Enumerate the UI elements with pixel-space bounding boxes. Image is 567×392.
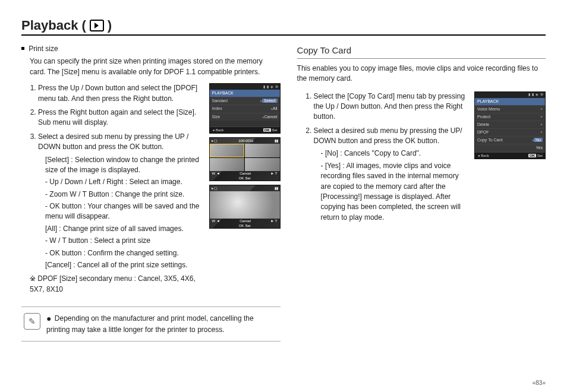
lcd-status-bar: ▮▮◈⚙ bbox=[475, 92, 545, 98]
copy-step-2: Select a desired sub menu by pressing th… bbox=[314, 126, 468, 223]
lcd-row-label: Index bbox=[212, 106, 222, 112]
step-1: Press the Up / Down button and select th… bbox=[38, 83, 204, 104]
page-title-row: Playback ( ) bbox=[21, 18, 546, 36]
lcd-row-standard: Sandard ▸Select bbox=[210, 97, 280, 105]
lcd-row-size: Size ▸Cancel bbox=[210, 113, 280, 121]
lcd-set: Set bbox=[245, 223, 250, 229]
lcd-row-copy: Copy To Card ◂No bbox=[475, 136, 545, 144]
lcd-image-grid: ▸ ▢ 100-0031 ▮▮ W ◄ bbox=[209, 137, 281, 181]
lcd-row-val: All bbox=[273, 106, 278, 110]
bullet-dot-icon: ● bbox=[46, 314, 51, 323]
copy-to-card-heading: Copy To Card bbox=[297, 44, 546, 57]
all-text: Change print size of all saved images. bbox=[63, 225, 184, 233]
step-2: Press the Right button again and select … bbox=[38, 108, 204, 128]
lcd-ok: OK bbox=[239, 223, 244, 229]
yes-text: All images, movie clips and voice record… bbox=[321, 162, 461, 222]
step-3: Select a desired sub menu by pressing th… bbox=[38, 132, 204, 271]
lcd-row-label: Copy To Card bbox=[477, 137, 503, 143]
secondary-menu-note: ※ DPOF [Size] secondary menu : Cancel, 3… bbox=[30, 274, 204, 295]
note-icon: ✎ bbox=[24, 313, 40, 330]
select-line: [Select] : Selection window to change th… bbox=[45, 155, 204, 176]
step-3-text: Select a desired sub menu by pressing th… bbox=[38, 132, 188, 151]
copy-step-2-text: Select a desired sub menu by pressing th… bbox=[314, 127, 462, 145]
print-size-intro: You can specify the print size when prin… bbox=[30, 56, 281, 77]
lcd-back: Back bbox=[212, 128, 224, 133]
lcd-footer: Back OKSet bbox=[475, 152, 545, 159]
wt-line: - W / T button : Select a print size bbox=[45, 236, 204, 246]
lcd-header: PLAYBACK bbox=[210, 90, 280, 97]
copy-intro: This enables you to copy image files, mo… bbox=[297, 64, 546, 84]
lcd-row-val: No bbox=[534, 138, 543, 142]
lcd-thumb-grid bbox=[210, 144, 280, 171]
okconfirm-line: - OK button : Confirm the changed settin… bbox=[45, 248, 204, 258]
lcd-row-val: Select bbox=[262, 99, 277, 103]
lcd-topstrip: ▸ ▢▮▮ bbox=[210, 185, 280, 191]
title-suffix: ) bbox=[108, 18, 112, 33]
lcd-row-val: Yes bbox=[536, 145, 543, 151]
lcd-thumb bbox=[245, 158, 280, 172]
copy-step-1: Select the [Copy To Card] menu tab by pr… bbox=[314, 91, 468, 122]
copy-steps: Select the [Copy To Card] menu tab by pr… bbox=[305, 91, 468, 223]
page-title: Playback ( ) bbox=[21, 18, 546, 33]
lcd-set: Set bbox=[245, 176, 250, 181]
lcd-row: Delete▸ bbox=[475, 121, 545, 128]
playback-icon bbox=[90, 20, 104, 31]
lcd-thumb bbox=[210, 158, 245, 172]
no-text: Cancels "Copy to Card". bbox=[344, 149, 421, 157]
lcd-thumb bbox=[210, 144, 245, 157]
lcd-row-label: Sandard bbox=[212, 98, 228, 104]
left-column: Print size You can specify the print siz… bbox=[21, 44, 281, 342]
all-label: [All] : bbox=[45, 225, 61, 233]
title-prefix: Playback ( bbox=[21, 18, 86, 33]
lcd-row-label: Protect bbox=[477, 114, 490, 120]
cancel-label: [Cancel] : bbox=[45, 261, 75, 269]
square-bullet-icon bbox=[21, 47, 24, 50]
lcd-botstrip: W ◄ Cancel ► T OK Set bbox=[210, 171, 280, 181]
right-column: Copy To Card This enables you to copy im… bbox=[297, 44, 546, 342]
lcd-photo bbox=[210, 191, 280, 219]
print-size-steps: Press the Up / Down button and select th… bbox=[30, 83, 204, 270]
zoom-line: - Zoom W / T Button : Change the print s… bbox=[45, 189, 204, 200]
cancel-line: [Cancel] : Cancel all of the print size … bbox=[45, 260, 204, 270]
note-box: ✎ ● Depending on the manufacturer and pr… bbox=[21, 306, 281, 341]
section-underline bbox=[297, 58, 546, 59]
all-line: [All] : Change print size of all saved i… bbox=[45, 224, 204, 234]
lcd-topstrip: ▸ ▢ 100-0031 ▮▮ bbox=[210, 138, 280, 144]
lcd-image-single: ▸ ▢▮▮ W ◄ Cancel ► T OK Set bbox=[209, 185, 281, 229]
page-number: «83» bbox=[533, 380, 546, 386]
no-line: - [No] : Cancels "Copy to Card". bbox=[321, 148, 468, 159]
lcd-row: Protect▸ bbox=[475, 113, 545, 121]
yes-label: - [Yes] : bbox=[321, 162, 345, 170]
lcd-row-label: Delete bbox=[477, 122, 489, 128]
lcd-row: DPOF▸ bbox=[475, 128, 545, 136]
lcd-row-label: Voice Memo bbox=[477, 106, 500, 112]
print-size-heading-text: Print size bbox=[29, 45, 58, 53]
note-text: ● Depending on the manufacturer and prin… bbox=[46, 313, 278, 334]
lcd-header: PLAYBACK bbox=[475, 98, 545, 105]
lcd-ok: OK bbox=[263, 128, 271, 132]
lcd-previews-right: ▮▮◈⚙ PLAYBACK Voice Memo▸ Protect▸ Delet… bbox=[474, 91, 546, 160]
lcd-row-yes: Yes bbox=[475, 144, 545, 151]
select-label: [Select] : bbox=[45, 156, 73, 164]
lcd-row-val: Cancel bbox=[264, 115, 278, 119]
lcd-back: Back bbox=[477, 153, 489, 159]
nav-line: - Up / Down / Left / Right : Select an i… bbox=[45, 177, 204, 187]
lcd-row-index: Index ▸All bbox=[210, 105, 280, 112]
lcd-botstrip: W ◄ Cancel ► T OK Set bbox=[210, 219, 280, 228]
ok-line: - OK button : Your changes will be saved… bbox=[45, 201, 204, 222]
print-size-heading: Print size bbox=[21, 44, 281, 54]
lcd-ok: OK bbox=[239, 176, 244, 181]
no-label: - [No] : bbox=[321, 149, 342, 157]
lcd-previews-left: ▮▮◈⚙ PLAYBACK Sandard ▸Select Index ▸All… bbox=[209, 83, 281, 229]
lcd-row: Voice Memo▸ bbox=[475, 105, 545, 113]
yes-line: - [Yes] : All images, movie clips and vo… bbox=[321, 161, 468, 223]
lcd-ok: OK bbox=[528, 154, 536, 157]
cancel-text: Cancel all of the print size settings. bbox=[77, 261, 187, 269]
note-body: Depending on the manufacturer and print … bbox=[46, 314, 254, 334]
lcd-status-bar: ▮▮◈⚙ bbox=[210, 84, 280, 90]
lcd-thumb bbox=[245, 144, 280, 157]
lcd-set: Set bbox=[537, 154, 543, 157]
lcd-row-label: DPOF bbox=[477, 129, 489, 135]
lcd-footer: Back OKSet bbox=[210, 127, 280, 134]
lcd-row-label: Size bbox=[212, 114, 220, 120]
